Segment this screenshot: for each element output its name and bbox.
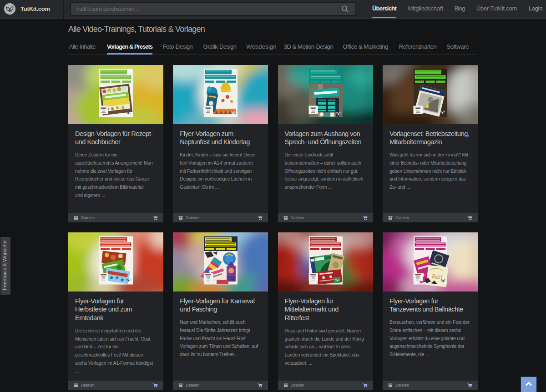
svg-text:Ball: Ball [431, 273, 443, 281]
